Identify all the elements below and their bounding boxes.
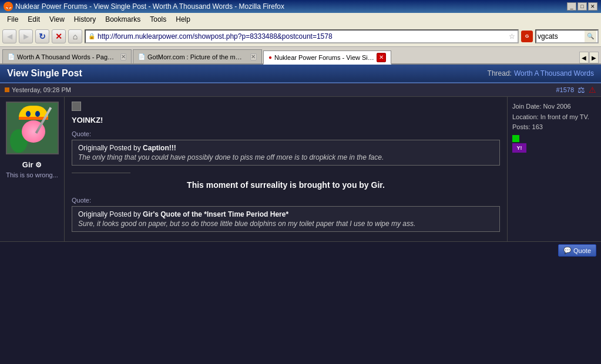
- tab-label-1: GotMorr.com : Picture of the moment: [147, 53, 246, 60]
- post-header: View Single Post Thread: Worth A Thousan…: [0, 65, 601, 83]
- quote-icon: 💬: [563, 247, 572, 254]
- surreality-text: This moment of surreality is brought to …: [72, 180, 500, 190]
- tab-label-0: Worth A Thousand Words - Page 158 - ...: [17, 53, 116, 60]
- tab-label-2: Nuklear Power Forums - View Sin...: [274, 54, 374, 61]
- user-panel: Gir ⚙ This is so wrong...: [0, 97, 65, 241]
- tabs-scroll-right[interactable]: ▶: [589, 52, 599, 63]
- user-badge-icon: ⚙: [35, 161, 42, 169]
- page-icon: 🔒: [88, 33, 95, 39]
- search-engine-icon: G: [521, 31, 533, 42]
- thread-link[interactable]: Worth A Thousand Words: [514, 69, 594, 77]
- tabs-bar: 📄 Worth A Thousand Words - Page 158 - ..…: [0, 47, 601, 65]
- scale-icon: ⚖: [578, 85, 585, 95]
- post-num-area: #1578 ⚖ ⚠: [556, 85, 596, 95]
- address-input[interactable]: [98, 32, 509, 41]
- menu-file[interactable]: File: [2, 14, 23, 25]
- post-count: Posts: 163: [512, 122, 596, 133]
- close-button[interactable]: ✕: [588, 2, 597, 11]
- yahoo-icon[interactable]: Y!: [512, 143, 526, 153]
- menu-tools[interactable]: Tools: [145, 14, 171, 25]
- refresh-icon: ↻: [38, 32, 47, 41]
- avatar-eye-right: [35, 111, 40, 117]
- window-title: Nuklear Power Forums - View Single Post …: [15, 2, 284, 11]
- avatar-hat: [19, 106, 48, 117]
- user-location: Location: In front of my TV.: [512, 112, 596, 123]
- forum-content: View Single Post Thread: Worth A Thousan…: [0, 65, 601, 364]
- tabs-scroll-left[interactable]: ◀: [579, 52, 589, 63]
- quote1-text: The only thing that you could have possi…: [78, 153, 493, 161]
- window-controls[interactable]: _ □ ✕: [567, 2, 597, 11]
- quote2-text: Sure, it looks good on paper, but so do …: [78, 220, 493, 228]
- home-icon: ⌂: [73, 32, 78, 41]
- quote1-box: Originally Posted by Caption!!! The only…: [72, 140, 500, 166]
- tab-icon-2: ●: [268, 54, 272, 60]
- bottom-bar: 💬 Quote: [0, 242, 601, 259]
- nav-bar: ◀ ▶ ↻ ✕ ⌂ 🔒 ☆ G 🔍: [0, 26, 601, 47]
- avatar-eye-left: [26, 111, 31, 117]
- post-divider: [72, 173, 130, 173]
- menu-edit[interactable]: Edit: [23, 14, 45, 25]
- tab-worth-thousand[interactable]: 📄 Worth A Thousand Words - Page 158 - ..…: [2, 49, 132, 63]
- tab-icon-1: 📄: [138, 53, 145, 60]
- post-image-icon: [72, 102, 81, 111]
- avatar-drawing: [7, 103, 59, 154]
- post-number[interactable]: #1578: [556, 86, 574, 93]
- title-bar: 🦊 Nuklear Power Forums - View Single Pos…: [0, 0, 601, 13]
- thread-info: Thread: Worth A Thousand Words: [488, 69, 594, 77]
- stop-button[interactable]: ✕: [52, 29, 66, 43]
- post-content-area: YOINKZ! Quote: Originally Posted by Capt…: [65, 97, 507, 241]
- user-avatar: [6, 102, 59, 154]
- quote2-box: Originally Posted by Gir's Quote of the …: [72, 206, 500, 232]
- tabs-scroll: ◀ ▶: [579, 52, 599, 63]
- search-area: G 🔍: [521, 29, 599, 43]
- join-date: Join Date: Nov 2006: [512, 102, 596, 112]
- warning-icon: ⚠: [589, 85, 596, 95]
- date-bar: Yesterday, 09:28 PM #1578 ⚖ ⚠: [0, 83, 601, 97]
- thread-label: Thread:: [488, 69, 512, 77]
- tab-nuklear-active[interactable]: ● Nuklear Power Forums - View Sin... ✕: [263, 50, 391, 65]
- menu-history[interactable]: History: [69, 14, 100, 25]
- tab-close-0[interactable]: ✕: [120, 53, 126, 60]
- restore-button[interactable]: □: [578, 2, 587, 11]
- user-icons: [512, 135, 596, 142]
- green-status-icon: [512, 135, 519, 142]
- quote-button[interactable]: 💬 Quote: [558, 244, 596, 257]
- forward-button[interactable]: ▶: [19, 29, 33, 43]
- tab-icon-0: 📄: [8, 53, 15, 60]
- stop-icon: ✕: [54, 32, 63, 41]
- quote2-label: Quote:: [72, 197, 500, 204]
- minimize-button[interactable]: _: [567, 2, 576, 11]
- tab-close-2[interactable]: ✕: [377, 53, 386, 62]
- refresh-button[interactable]: ↻: [35, 29, 49, 43]
- home-button[interactable]: ⌂: [68, 29, 82, 43]
- date-dot-icon: [5, 87, 9, 92]
- quote2-poster: Originally Posted by Gir's Quote of the …: [78, 210, 493, 218]
- quote1-poster: Originally Posted by Caption!!!: [78, 144, 493, 152]
- menu-view[interactable]: View: [45, 14, 69, 25]
- tab-gotmorr[interactable]: 📄 GotMorr.com : Picture of the moment ✕: [133, 49, 262, 63]
- user-info-right: Join Date: Nov 2006 Location: In front o…: [507, 97, 601, 241]
- search-box-wrap: 🔍: [535, 29, 599, 43]
- post-main-text: YOINKZ!: [72, 116, 500, 124]
- bookmark-star-icon[interactable]: ☆: [509, 32, 515, 41]
- search-input[interactable]: [538, 32, 585, 41]
- post-area: Gir ⚙ This is so wrong... YOINKZ! Quote:…: [0, 97, 601, 242]
- menu-bookmarks[interactable]: Bookmarks: [100, 14, 145, 25]
- view-single-post-title: View Single Post: [7, 68, 82, 79]
- firefox-icon: 🦊: [4, 2, 13, 11]
- quote1-label: Quote:: [72, 130, 500, 137]
- menu-bar: File Edit View History Bookmarks Tools H…: [0, 13, 601, 26]
- user-status: This is so wrong...: [0, 170, 64, 180]
- menu-help[interactable]: Help: [171, 14, 195, 25]
- post-date: Yesterday, 09:28 PM: [12, 86, 71, 93]
- back-button[interactable]: ◀: [2, 29, 16, 43]
- username-display: Gir ⚙: [0, 159, 64, 170]
- tab-close-1[interactable]: ✕: [250, 53, 257, 60]
- address-bar[interactable]: 🔒 ☆: [85, 29, 519, 43]
- search-button[interactable]: 🔍: [585, 31, 596, 42]
